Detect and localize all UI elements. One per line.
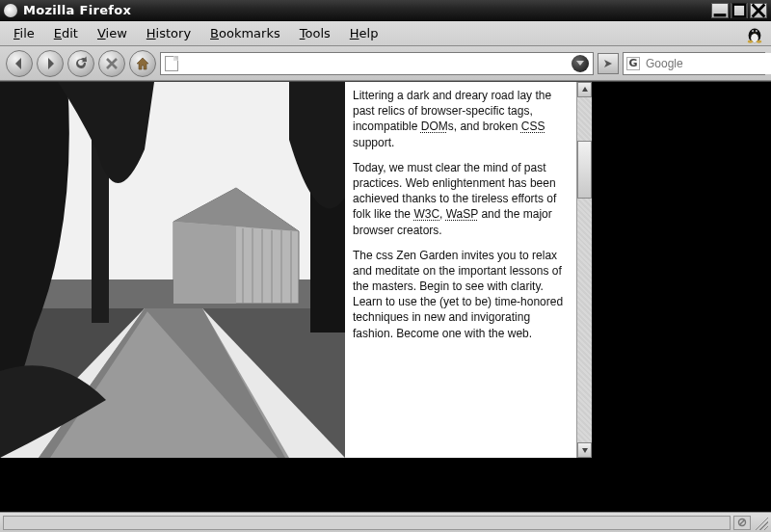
menu-view[interactable]: View xyxy=(90,24,135,42)
url-dropdown-icon[interactable] xyxy=(572,55,589,72)
firefox-app-icon xyxy=(4,4,17,17)
svg-point-7 xyxy=(756,30,757,31)
resize-grip-icon[interactable] xyxy=(754,516,768,530)
close-button[interactable] xyxy=(750,3,767,18)
home-button[interactable] xyxy=(129,50,156,77)
menu-tools[interactable]: Tools xyxy=(292,24,338,42)
scroll-up-button[interactable] xyxy=(577,82,592,97)
status-text-panel xyxy=(3,516,731,530)
text: support. xyxy=(353,136,394,149)
text: s, and broken xyxy=(448,120,521,133)
maximize-button[interactable] xyxy=(731,3,748,18)
stop-button[interactable] xyxy=(98,50,125,77)
article-text: Littering a dark and dreary road lay the… xyxy=(345,82,576,458)
reload-button[interactable] xyxy=(67,50,94,77)
search-bar[interactable]: G xyxy=(623,52,765,75)
menu-bar: File Edit View History Bookmarks Tools H… xyxy=(0,21,771,46)
menu-edit[interactable]: Edit xyxy=(46,24,86,42)
paragraph-1: Littering a dark and dreary road lay the… xyxy=(353,88,567,150)
menu-bookmarks[interactable]: Bookmarks xyxy=(202,24,288,42)
menu-help[interactable]: Help xyxy=(342,24,386,42)
text: , xyxy=(439,207,446,221)
abbr-w3c: W3C xyxy=(413,207,439,221)
scroll-track[interactable] xyxy=(577,97,592,442)
svg-rect-1 xyxy=(733,4,746,16)
page-icon xyxy=(165,56,178,71)
svg-point-8 xyxy=(748,40,754,42)
back-button[interactable] xyxy=(6,50,33,77)
window-titlebar: Mozilla Firefox xyxy=(0,0,771,21)
tux-icon xyxy=(744,23,765,44)
scroll-thumb[interactable] xyxy=(577,141,592,199)
search-engine-icon[interactable]: G xyxy=(626,57,640,70)
abbr-wasp: WaSP xyxy=(446,207,478,221)
menu-history[interactable]: History xyxy=(139,24,199,42)
menu-file[interactable]: File xyxy=(6,24,42,42)
window-title: Mozilla Firefox xyxy=(23,3,711,17)
svg-point-9 xyxy=(757,40,762,42)
navigation-toolbar: G xyxy=(0,46,771,81)
paragraph-2: Today, we must clear the mind of past pr… xyxy=(353,160,567,238)
url-bar[interactable] xyxy=(160,52,594,75)
url-input[interactable] xyxy=(182,53,568,74)
minimize-button[interactable] xyxy=(711,3,729,18)
paragraph-3: The css Zen Garden invites you to relax … xyxy=(353,248,567,341)
go-button[interactable] xyxy=(598,53,619,74)
browser-viewport: Littering a dark and dreary road lay the… xyxy=(0,81,771,512)
status-bar xyxy=(0,512,771,532)
status-security-icon[interactable] xyxy=(733,516,751,530)
vertical-scrollbar[interactable] xyxy=(576,82,592,458)
svg-rect-0 xyxy=(714,13,727,16)
search-input[interactable] xyxy=(646,53,771,74)
abbr-css: CSS xyxy=(521,120,545,133)
svg-point-6 xyxy=(753,30,754,31)
hero-image xyxy=(0,82,345,458)
scroll-down-button[interactable] xyxy=(577,442,592,458)
rendered-page: Littering a dark and dreary road lay the… xyxy=(0,82,592,458)
abbr-dom: DOM xyxy=(421,120,448,133)
forward-button[interactable] xyxy=(37,50,64,77)
